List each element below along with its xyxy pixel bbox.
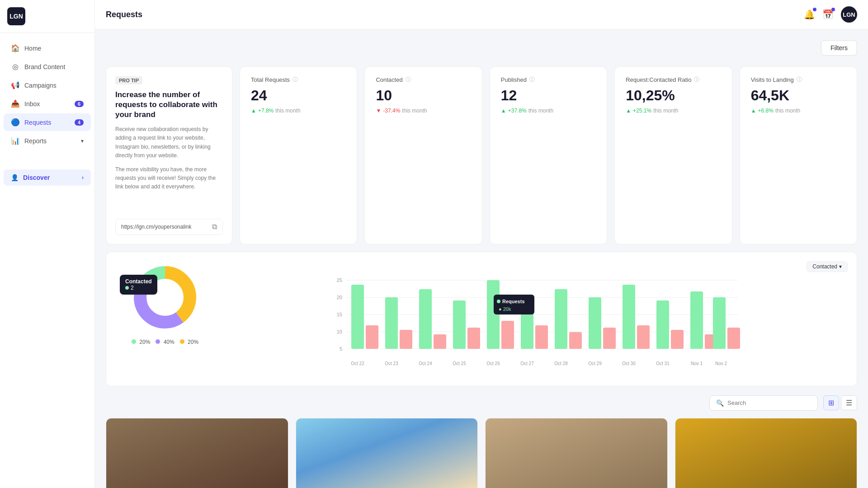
chevron-down-icon: ▾	[839, 263, 842, 270]
svg-text:20: 20	[337, 295, 342, 300]
influencer-grid: María Smith ACCEPTED 📷⬛▶ Followers 141K …	[106, 418, 857, 488]
svg-text:Oct 26: Oct 26	[486, 361, 500, 366]
svg-rect-31	[637, 325, 650, 349]
svg-rect-23	[501, 321, 514, 349]
content-area: Filters PRO TIP Increase the number of r…	[95, 29, 868, 488]
svg-text:Oct 25: Oct 25	[453, 361, 466, 366]
influencer-section: 🔍 ⊞ ☰ María Smith ACCEPTED 📷⬛▶ Fo	[106, 395, 857, 488]
influencer-card[interactable]: María Smith ACCEPTED 📷⬛▶ Followers 141K …	[106, 418, 288, 488]
svg-rect-36	[713, 297, 726, 349]
pro-tip-link: https://lgn.cm/youpersonalink	[121, 224, 208, 230]
legend-item-purple: 40%	[156, 339, 174, 345]
copy-icon[interactable]: ⧉	[212, 223, 217, 231]
chevron-right-icon: ›	[82, 174, 84, 181]
svg-text:Oct 24: Oct 24	[419, 361, 432, 366]
sidebar-item-home[interactable]: 🏠 Home	[4, 39, 91, 57]
logo: LGN	[7, 7, 25, 25]
notification-dot	[813, 8, 816, 11]
donut-legend: 20% 40% 20%	[132, 339, 198, 345]
trend-up-icon: ▲	[251, 108, 256, 114]
svg-text:Oct 31: Oct 31	[656, 361, 670, 366]
grid-view-button[interactable]: ⊞	[823, 395, 839, 410]
svg-rect-27	[569, 332, 582, 349]
sidebar-item-inbox[interactable]: 📥 Inbox 6	[4, 95, 91, 113]
legend-item-green: 20%	[132, 339, 150, 345]
svg-rect-21	[467, 328, 480, 349]
sidebar-item-requests[interactable]: 🔵 Requests 4	[4, 113, 91, 131]
calendar-dot	[831, 8, 835, 11]
stat-label: Visits to Landing ⓘ	[751, 76, 846, 84]
campaigns-icon: 📢	[11, 81, 20, 89]
svg-rect-30	[623, 285, 635, 349]
notification-bell-icon[interactable]: 🔔	[804, 9, 815, 20]
stat-card-ratio: Request:Contacted Ratio ⓘ 10,25% ▲ +25.1…	[614, 66, 732, 244]
stat-card-published: Published ⓘ 12 ▲ +37.8% this month	[490, 66, 607, 244]
chart-section: Contacted 2 20% 40%	[106, 252, 857, 386]
influencer-card[interactable]: Karla Alonso REJECTED 📷 Followers 314 In…	[675, 418, 858, 488]
influencer-image	[106, 418, 288, 488]
influencer-image	[486, 418, 667, 488]
info-icon: ⓘ	[694, 76, 699, 84]
svg-text:Nov 2: Nov 2	[715, 361, 727, 366]
topbar: Requests 🔔 📅 LGN	[95, 0, 868, 29]
svg-rect-19	[434, 334, 446, 349]
discover-icon: 👤	[11, 174, 19, 181]
pro-tip-card: PRO TIP Increase the number of requests …	[106, 66, 232, 244]
stat-label: Published ⓘ	[501, 76, 596, 84]
trend-down-icon: ▼	[376, 108, 381, 114]
influencer-card[interactable]: Emma Davis ACCEPTED 📷⬛ Followers 45K Int…	[296, 418, 478, 488]
sidebar-item-reports[interactable]: 📊 Reports ▾	[4, 132, 91, 150]
view-toggle: ⊞ ☰	[823, 395, 857, 410]
stat-value: 64,5K	[751, 87, 846, 104]
influencer-card[interactable]: Alberta Simón PENDING 📷⬛▶ Followers 58K …	[485, 418, 668, 488]
pro-tip-link-row: https://lgn.cm/youpersonalink ⧉	[115, 219, 223, 235]
calendar-icon[interactable]: 📅	[822, 9, 834, 20]
sidebar-item-label: Inbox	[24, 100, 40, 108]
stat-value: 24	[251, 87, 346, 104]
filters-row: Filters	[106, 40, 857, 63]
stat-change: ▲ +6.8% this month	[751, 108, 846, 114]
svg-rect-29	[603, 328, 616, 349]
reports-icon: 📊	[11, 136, 20, 145]
influencer-image	[675, 418, 857, 488]
stat-change: ▼ -37.4% this month	[376, 108, 471, 114]
chevron-down-icon: ▾	[81, 138, 84, 144]
sidebar-item-label: Home	[24, 45, 41, 52]
bar-chart-area: Contacted ▾ 25 20 15	[226, 261, 848, 377]
list-view-button[interactable]: ☰	[841, 395, 857, 410]
svg-text:● 20k: ● 20k	[499, 306, 511, 312]
stat-change: ▲ +7.8% this month	[251, 108, 346, 114]
sidebar-item-discover[interactable]: 👤 Discover ›	[4, 169, 91, 186]
svg-text:10: 10	[337, 329, 342, 334]
legend-item-yellow: 20%	[180, 339, 198, 345]
sidebar: LGN 🏠 Home ◎ Brand Content 📢 Campaigns 📥…	[0, 0, 95, 488]
stat-card-visits: Visits to Landing ⓘ 64,5K ▲ +6.8% this m…	[740, 66, 857, 244]
svg-text:Oct 29: Oct 29	[588, 361, 602, 366]
bar-chart-container: 25 20 15 10 5	[226, 276, 848, 377]
svg-rect-37	[727, 328, 740, 349]
pro-tip-text2: The more visibility you have, the more r…	[115, 165, 223, 192]
donut-tooltip: Contacted 2	[120, 275, 157, 295]
home-icon: 🏠	[11, 44, 20, 52]
svg-text:Requests: Requests	[502, 299, 525, 304]
influencer-image	[296, 418, 478, 488]
sidebar-item-label: Requests	[24, 119, 51, 126]
pro-tip-title: Increase the number of requests to colla…	[115, 90, 223, 120]
sidebar-item-campaigns[interactable]: 📢 Campaigns	[4, 76, 91, 94]
svg-rect-16	[385, 297, 398, 349]
svg-rect-18	[419, 289, 432, 349]
search-input[interactable]	[727, 399, 811, 406]
svg-text:Oct 28: Oct 28	[554, 361, 568, 366]
trend-up-icon: ▲	[751, 108, 756, 114]
sidebar-item-label: Brand Content	[24, 63, 65, 70]
sidebar-item-label: Campaigns	[24, 82, 57, 89]
svg-rect-26	[555, 289, 567, 349]
avatar[interactable]: LGN	[841, 6, 857, 23]
svg-rect-32	[656, 300, 669, 349]
chart-filter-button[interactable]: Contacted ▾	[807, 261, 848, 272]
sidebar-item-brand-content[interactable]: ◎ Brand Content	[4, 58, 91, 75]
filters-button[interactable]: Filters	[821, 40, 857, 56]
topbar-actions: 🔔 📅 LGN	[804, 6, 857, 23]
requests-badge: 4	[75, 119, 84, 126]
stat-card-contacted: Contacted ⓘ 10 ▼ -37.4% this month	[364, 66, 482, 244]
